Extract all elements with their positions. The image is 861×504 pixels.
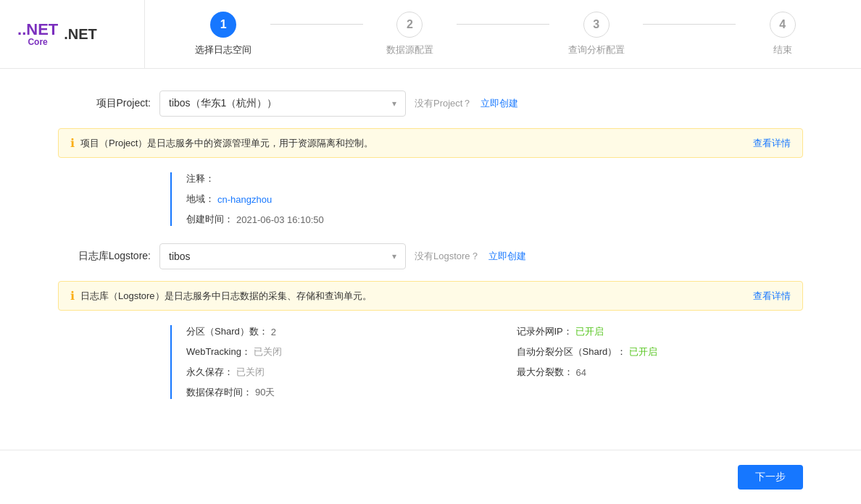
- step-4-label: 结束: [773, 43, 792, 56]
- project-detail-card: 注释： 地域： cn-hangzhou 创建时间： 2021-06-03 16:…: [170, 172, 803, 226]
- project-select-value: tibos（华东1（杭州））: [169, 97, 277, 110]
- project-info-icon: ℹ: [70, 136, 75, 150]
- shard-row: 分区（Shard）数： 2: [186, 325, 473, 338]
- auto-split-label: 自动分裂分区（Shard）：: [517, 345, 627, 358]
- permanent-save-row: 永久保存： 已关闭: [186, 366, 473, 379]
- logo-area: . .NET Core .NET: [0, 0, 145, 68]
- logstore-detail-card: 分区（Shard）数： 2 记录外网IP： 已开启 WebTracking： 已…: [170, 325, 803, 399]
- create-time-row: 创建时间： 2021-06-03 16:10:50: [186, 213, 803, 226]
- web-tracking-label: WebTracking：: [186, 345, 251, 358]
- next-button[interactable]: 下一步: [738, 465, 803, 490]
- step-3-circle: 3: [583, 12, 610, 38]
- step-1[interactable]: 1 选择日志空间: [177, 12, 270, 56]
- step-2-label: 数据源配置: [386, 43, 433, 56]
- step-2[interactable]: 2 数据源配置: [363, 12, 457, 56]
- footer: 下一步: [0, 450, 861, 504]
- retention-value: 90天: [255, 386, 275, 399]
- project-hint: 没有Project？: [415, 97, 472, 110]
- record-ip-value: 已开启: [575, 325, 604, 338]
- logstore-form-row: 日志库Logstore: tibos ▾ 没有Logstore？ 立即创建: [58, 243, 803, 269]
- retention-row: 数据保存时间： 90天: [186, 386, 473, 399]
- retention-label: 数据保存时间：: [186, 386, 252, 399]
- shard-value: 2: [271, 327, 276, 337]
- logo-core: Core: [28, 38, 47, 46]
- comment-row: 注释：: [186, 172, 803, 185]
- record-ip-row: 记录外网IP： 已开启: [517, 325, 804, 338]
- region-row: 地域： cn-hangzhou: [186, 193, 803, 206]
- logstore-select[interactable]: tibos ▾: [159, 243, 406, 269]
- auto-split-value: 已开启: [629, 345, 657, 358]
- logstore-hint: 没有Logstore？: [415, 250, 480, 263]
- max-split-value: 64: [576, 367, 586, 378]
- logo-net: .NET: [22, 22, 58, 38]
- permanent-save-value: 已关闭: [236, 366, 265, 379]
- logstore-info-text: 日志库（Logstore）是日志服务中日志数据的采集、存储和查询单元。: [80, 290, 372, 303]
- step-line-1: [270, 24, 364, 25]
- logstore-info-icon: ℹ: [70, 289, 75, 303]
- region-value: cn-hangzhou: [217, 194, 272, 205]
- step-2-circle: 2: [396, 12, 423, 38]
- region-label: 地域：: [186, 193, 215, 206]
- project-select-arrow: ▾: [392, 98, 396, 109]
- step-line-2: [457, 24, 550, 25]
- max-split-label: 最大分裂数：: [517, 366, 573, 379]
- permanent-save-label: 永久保存：: [186, 366, 233, 379]
- step-1-label: 选择日志空间: [195, 43, 251, 56]
- step-4[interactable]: 4 结束: [736, 12, 829, 56]
- project-info-banner: ℹ 项目（Project）是日志服务中的资源管理单元，用于资源隔离和控制。 查看…: [58, 128, 803, 158]
- create-time-label: 创建时间：: [186, 213, 233, 226]
- create-time-value: 2021-06-03 16:10:50: [236, 214, 324, 225]
- logstore-create-link[interactable]: 立即创建: [488, 250, 526, 263]
- step-1-circle: 1: [210, 12, 236, 38]
- step-3-label: 查询分析配置: [568, 43, 625, 56]
- project-form-row: 项目Project: tibos（华东1（杭州）） ▾ 没有Project？ 立…: [58, 91, 803, 117]
- web-tracking-row: WebTracking： 已关闭: [186, 345, 473, 358]
- project-label: 项目Project:: [58, 97, 159, 110]
- steps-area: 1 选择日志空间 2 数据源配置 3 查询分析配置: [145, 0, 861, 68]
- logstore-select-arrow: ▾: [392, 251, 396, 261]
- record-ip-label: 记录外网IP：: [517, 325, 573, 338]
- web-tracking-value: 已关闭: [254, 345, 282, 358]
- logo-name: .NET: [64, 26, 97, 43]
- retention-right-empty: [517, 386, 804, 399]
- comment-label: 注释：: [186, 172, 215, 185]
- project-detail-link[interactable]: 查看详情: [753, 137, 791, 150]
- shard-label: 分区（Shard）数：: [186, 325, 268, 338]
- logstore-label: 日志库Logstore:: [58, 250, 159, 263]
- step-3[interactable]: 3 查询分析配置: [549, 12, 643, 56]
- logstore-select-value: tibos: [169, 251, 191, 262]
- auto-split-row: 自动分裂分区（Shard）： 已开启: [517, 345, 804, 358]
- project-select[interactable]: tibos（华东1（杭州）） ▾: [159, 91, 406, 117]
- step-line-3: [643, 24, 736, 25]
- step-4-circle: 4: [770, 12, 796, 38]
- project-create-link[interactable]: 立即创建: [481, 97, 518, 110]
- logstore-info-banner: ℹ 日志库（Logstore）是日志服务中日志数据的采集、存储和查询单元。 查看…: [58, 281, 803, 311]
- project-info-text: 项目（Project）是日志服务中的资源管理单元，用于资源隔离和控制。: [80, 137, 373, 150]
- max-split-row: 最大分裂数： 64: [517, 366, 804, 379]
- logstore-detail-link[interactable]: 查看详情: [753, 290, 791, 303]
